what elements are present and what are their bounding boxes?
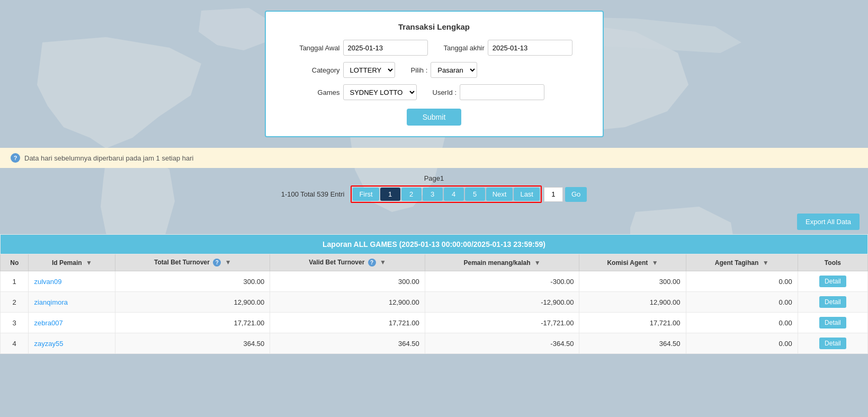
cell-id-pemain[interactable]: zulvan09 <box>29 271 115 292</box>
cell-valid-bet: 12,900.00 <box>270 292 425 313</box>
userid-label: UserId : <box>433 88 457 96</box>
detail-button[interactable]: Detail <box>819 276 846 287</box>
cell-total-bet: 17,721.00 <box>115 313 270 333</box>
cell-valid-bet: 300.00 <box>270 271 425 292</box>
page-2-button[interactable]: 2 <box>401 188 422 201</box>
info-text: Data hari sebelumnya diperbarui pada jam… <box>24 154 193 162</box>
cell-tools[interactable]: Detail <box>798 292 867 313</box>
col-agent-tagihan[interactable]: Agent Tagihan ▼ <box>686 254 798 271</box>
sort-agent-tagihan-icon: ▼ <box>763 259 769 267</box>
cell-menang-kalah: -17,721.00 <box>425 313 579 333</box>
pagination-area: Page1 1-100 Total 539 Entri First 1 2 3 … <box>0 168 868 209</box>
cell-komisi: 12,900.00 <box>579 292 686 313</box>
cell-tagihan: 0.00 <box>686 292 798 313</box>
page-3-button[interactable]: 3 <box>423 188 443 201</box>
tanggal-awal-label: Tanggal Awal <box>282 44 340 52</box>
category-select[interactable]: LOTTERY CASINO SLOT POKER <box>343 62 395 78</box>
sort-menang-kalah-icon: ▼ <box>534 259 541 267</box>
cell-id-pemain[interactable]: zianqimora <box>29 292 115 313</box>
col-menang-kalah[interactable]: Pemain menang/kalah ▼ <box>425 254 579 271</box>
cell-tools[interactable]: Detail <box>798 271 867 292</box>
cell-tagihan: 0.00 <box>686 333 798 354</box>
detail-button[interactable]: Detail <box>819 338 846 349</box>
cell-no: 4 <box>1 333 29 354</box>
cell-no: 3 <box>1 313 29 333</box>
cell-valid-bet: 17,721.00 <box>270 313 425 333</box>
pilih-select[interactable]: Pasaran Option 1 Option 2 <box>431 62 477 78</box>
table-row: 2 zianqimora 12,900.00 12,900.00 -12,900… <box>1 292 868 313</box>
cell-total-bet: 364.50 <box>115 333 270 354</box>
table-row: 4 zayzay55 364.50 364.50 -364.50 364.50 … <box>1 333 868 354</box>
cell-tagihan: 0.00 <box>686 313 798 333</box>
cell-tools[interactable]: Detail <box>798 333 867 354</box>
cell-id-pemain[interactable]: zebra007 <box>29 313 115 333</box>
cell-id-pemain[interactable]: zayzay55 <box>29 333 115 354</box>
cell-total-bet: 12,900.00 <box>115 292 270 313</box>
export-row: Export All Data <box>0 209 868 234</box>
question-valid-bet-icon: ? <box>368 259 376 267</box>
tanggal-akhir-input[interactable] <box>488 40 572 56</box>
sort-id-pemain-icon: ▼ <box>86 259 92 267</box>
cell-menang-kalah: -300.00 <box>425 271 579 292</box>
cell-menang-kalah: -364.50 <box>425 333 579 354</box>
report-table: Laporan ALL GAMES (2025-01-13 00:00:00/2… <box>0 234 868 354</box>
cell-tagihan: 0.00 <box>686 271 798 292</box>
games-label: Games <box>282 88 340 96</box>
pagination-box: First 1 2 3 4 5 Next Last <box>351 185 542 203</box>
page-last-button[interactable]: Last <box>514 188 540 201</box>
col-valid-bet[interactable]: Valid Bet Turnover ? ▼ <box>270 254 425 271</box>
cell-valid-bet: 364.50 <box>270 333 425 354</box>
tanggal-akhir-label: Tanggal akhir <box>444 44 485 52</box>
cell-no: 1 <box>1 271 29 292</box>
category-label: Category <box>282 66 340 74</box>
pagination-info: 1-100 Total 539 Entri <box>281 190 345 198</box>
table-container: Laporan ALL GAMES (2025-01-13 00:00:00/2… <box>0 234 868 354</box>
col-no: No <box>1 254 29 271</box>
table-report-title: Laporan ALL GAMES (2025-01-13 00:00:00/2… <box>1 235 868 254</box>
sort-total-bet-icon: ▼ <box>225 259 231 266</box>
cell-total-bet: 300.00 <box>115 271 270 292</box>
page-next-button[interactable]: Next <box>486 188 513 201</box>
page-first-button[interactable]: First <box>353 188 379 201</box>
table-row: 3 zebra007 17,721.00 17,721.00 -17,721.0… <box>1 313 868 333</box>
col-total-bet[interactable]: Total Bet Turnover ? ▼ <box>115 254 270 271</box>
col-id-pemain[interactable]: Id Pemain ▼ <box>29 254 115 271</box>
sort-valid-bet-icon: ▼ <box>380 259 386 266</box>
question-total-bet-icon: ? <box>213 259 221 267</box>
sort-komisi-icon: ▼ <box>652 259 658 267</box>
export-all-data-button[interactable]: Export All Data <box>797 214 860 230</box>
col-komisi[interactable]: Komisi Agent ▼ <box>579 254 686 271</box>
detail-button[interactable]: Detail <box>819 317 846 329</box>
col-tools: Tools <box>798 254 867 271</box>
pilih-label: Pilih : <box>411 66 428 74</box>
cell-komisi: 17,721.00 <box>579 313 686 333</box>
cell-komisi: 300.00 <box>579 271 686 292</box>
detail-button[interactable]: Detail <box>819 296 846 308</box>
page-5-button[interactable]: 5 <box>465 188 485 201</box>
table-row: 1 zulvan09 300.00 300.00 -300.00 300.00 … <box>1 271 868 292</box>
page-go-input[interactable] <box>544 187 563 202</box>
page-go-button[interactable]: Go <box>565 187 587 202</box>
form-title: Transaksi Lengkap <box>282 22 587 31</box>
form-card: Transaksi Lengkap Tanggal Awal Tanggal a… <box>265 11 604 137</box>
cell-komisi: 364.50 <box>579 333 686 354</box>
info-bar: ? Data hari sebelumnya diperbarui pada j… <box>0 148 868 168</box>
page-1-button[interactable]: 1 <box>380 188 400 201</box>
tanggal-awal-input[interactable] <box>343 40 428 56</box>
games-select[interactable]: SYDNEY LOTTO HONGKONG SINGAPORE <box>343 84 417 100</box>
info-icon: ? <box>11 153 20 163</box>
page-4-button[interactable]: 4 <box>444 188 464 201</box>
cell-menang-kalah: -12,900.00 <box>425 292 579 313</box>
cell-tools[interactable]: Detail <box>798 313 867 333</box>
cell-no: 2 <box>1 292 29 313</box>
userid-input[interactable] <box>460 84 544 100</box>
submit-button[interactable]: Submit <box>407 109 462 126</box>
page-label: Page1 <box>11 174 857 182</box>
